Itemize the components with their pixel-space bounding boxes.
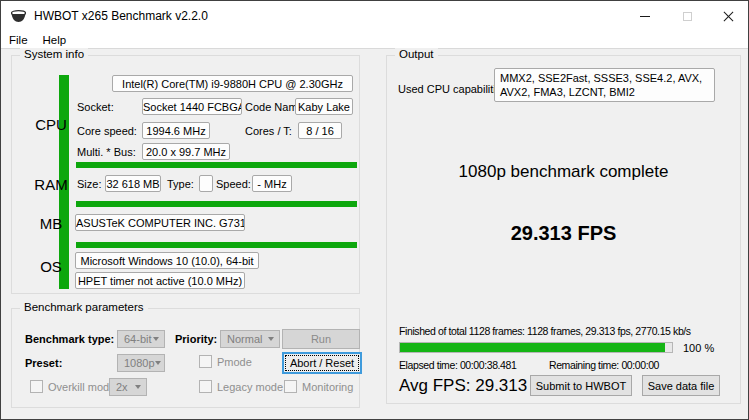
socket-field: Socket 1440 FCBGA bbox=[142, 98, 242, 115]
app-window: HWBOT x265 Benchmark v2.2.0 File Help Sy… bbox=[0, 0, 749, 420]
separator-bar-1 bbox=[76, 162, 357, 168]
benchmark-type-label: Benchmark type: bbox=[25, 333, 114, 345]
hpet-field: HPET timer not active (10.0 MHz) bbox=[75, 272, 245, 289]
os-name-field: Microsoft Windows 10 (10.0), 64-bit bbox=[75, 252, 259, 269]
cpu-capabilities-field: MMX2, SSE2Fast, SSSE3, SSE4.2, AVX, AVX2… bbox=[494, 68, 715, 102]
system-info-group: System info CPU Intel(R) Core(TM) i9-988… bbox=[11, 55, 360, 294]
preset-label: Preset: bbox=[25, 357, 62, 369]
cpu-name-field: Intel(R) Core(TM) i9-9880H CPU @ 2.30GHz bbox=[112, 75, 353, 92]
pmode-checkbox[interactable] bbox=[199, 355, 212, 368]
minimize-button[interactable] bbox=[624, 1, 666, 31]
ram-type-label: Type: bbox=[167, 178, 194, 190]
priority-label: Priority: bbox=[175, 333, 217, 345]
separator-bar-3 bbox=[76, 242, 357, 248]
priority-select[interactable]: Normal bbox=[220, 330, 280, 348]
ram-speed-label: Speed: bbox=[216, 178, 251, 190]
overkill-mode-label: Overkill mode bbox=[48, 381, 115, 393]
monitoring-checkbox[interactable] bbox=[284, 380, 297, 393]
minimize-icon bbox=[640, 16, 650, 17]
maximize-button[interactable] bbox=[666, 1, 708, 31]
progress-bar bbox=[399, 342, 673, 353]
titlebar: HWBOT x265 Benchmark v2.2.0 bbox=[1, 1, 748, 31]
preset-value: 1080p bbox=[124, 357, 155, 369]
chevron-down-icon bbox=[268, 337, 274, 341]
ram-type-field bbox=[199, 175, 213, 192]
code-name-field: Kaby Lake bbox=[295, 98, 353, 115]
chevron-down-icon bbox=[153, 337, 159, 341]
monitoring-label: Monitoring bbox=[302, 381, 353, 393]
chevron-down-icon bbox=[155, 361, 161, 365]
abort-reset-button[interactable]: Abort / Reset bbox=[282, 352, 362, 374]
cpu-section-label: CPU bbox=[34, 116, 68, 133]
legacy-mode-label: Legacy mode bbox=[217, 381, 283, 393]
elapsed-time-label: Elapsed time: 00:00:38.481 bbox=[399, 359, 516, 371]
chevron-down-icon bbox=[135, 385, 141, 389]
output-title: Output bbox=[395, 48, 438, 60]
core-speed-label: Core speed: bbox=[77, 125, 137, 137]
remaining-time-label: Remaining time: 00:00:00 bbox=[549, 359, 659, 371]
overkill-multiplier-value: 2x bbox=[116, 381, 128, 393]
benchmark-parameters-title: Benchmark parameters bbox=[20, 301, 148, 313]
frames-progress-caption: Finished of total 1128 frames: 1128 fram… bbox=[399, 325, 691, 337]
close-button[interactable] bbox=[708, 1, 748, 31]
cores-threads-field: 8 / 16 bbox=[298, 122, 342, 139]
core-speed-field: 1994.6 MHz bbox=[142, 122, 210, 139]
benchmark-status-message: 1080p benchmark complete bbox=[387, 162, 740, 182]
overkill-multiplier-select[interactable]: 2x bbox=[109, 378, 147, 396]
menu-help[interactable]: Help bbox=[43, 34, 67, 46]
ram-speed-field: - MHz bbox=[252, 175, 292, 192]
progress-percent-label: 100 % bbox=[683, 342, 714, 354]
menubar: File Help bbox=[1, 31, 748, 49]
overkill-mode-checkbox[interactable] bbox=[30, 380, 43, 393]
ram-section-label: RAM bbox=[34, 176, 68, 193]
hwbot-bowl-icon bbox=[11, 9, 26, 23]
system-info-title: System info bbox=[20, 48, 88, 60]
mb-section-label: MB bbox=[34, 215, 68, 232]
menu-file[interactable]: File bbox=[9, 34, 28, 46]
ram-size-label: Size: bbox=[77, 178, 101, 190]
preset-select[interactable]: 1080p bbox=[117, 354, 165, 372]
avg-fps-label: Avg FPS: 29.313 bbox=[399, 376, 527, 396]
benchmark-type-value: 64-bit bbox=[124, 333, 152, 345]
priority-value: Normal bbox=[227, 333, 262, 345]
window-title: HWBOT x265 Benchmark v2.2.0 bbox=[34, 9, 208, 23]
submit-to-hwbot-button[interactable]: Submit to HWBOT bbox=[530, 375, 632, 396]
legacy-mode-checkbox[interactable] bbox=[199, 380, 212, 393]
cores-threads-label: Cores / T: bbox=[245, 125, 292, 137]
save-data-file-button[interactable]: Save data file bbox=[642, 375, 720, 396]
benchmark-parameters-group: Benchmark parameters Benchmark type: 64-… bbox=[11, 308, 360, 408]
motherboard-field: ASUSTeK COMPUTER INC. G731GW bbox=[75, 214, 245, 231]
socket-label: Socket: bbox=[77, 101, 114, 113]
close-icon bbox=[722, 10, 735, 23]
run-button[interactable]: Run bbox=[282, 329, 360, 349]
maximize-icon bbox=[683, 12, 692, 21]
multi-bus-field: 20.0 x 99.7 MHz bbox=[142, 143, 230, 160]
os-section-label: OS bbox=[34, 258, 68, 275]
ram-size-field: 32 618 MB bbox=[105, 175, 161, 192]
pmode-label: Pmode bbox=[217, 356, 252, 368]
multi-bus-label: Multi. * Bus: bbox=[77, 146, 136, 158]
progress-fill bbox=[400, 343, 665, 352]
separator-bar-2 bbox=[76, 201, 357, 207]
benchmark-result-fps: 29.313 FPS bbox=[387, 222, 740, 245]
benchmark-type-select[interactable]: 64-bit bbox=[117, 330, 165, 348]
output-group: Output Used CPU capabilities: MMX2, SSE2… bbox=[386, 55, 741, 404]
